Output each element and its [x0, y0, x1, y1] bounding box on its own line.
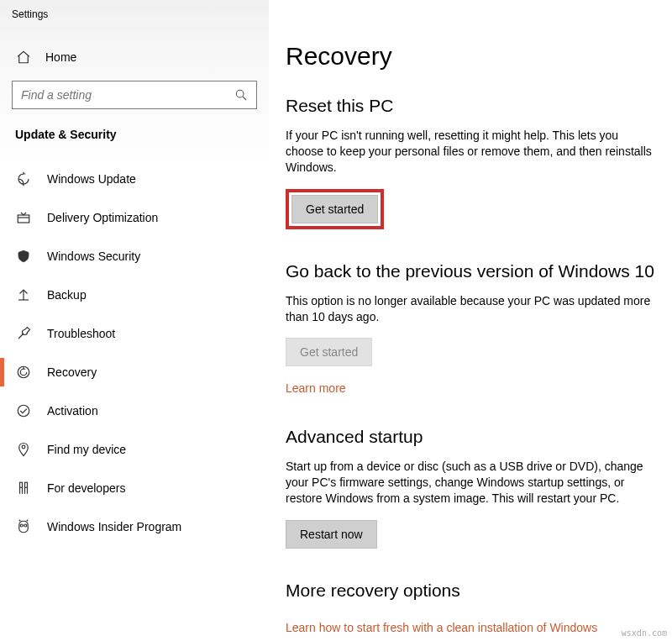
svg-line-1 — [243, 97, 246, 100]
shield-icon — [15, 248, 32, 265]
sidebar-item-windows-update[interactable]: Windows Update — [0, 160, 269, 198]
restart-now-button[interactable]: Restart now — [286, 520, 377, 549]
advanced-heading: Advanced startup — [286, 427, 655, 447]
sidebar-item-label: Recovery — [47, 365, 97, 379]
sidebar: Settings Home Update & Security Wind — [0, 0, 269, 641]
recovery-icon — [15, 364, 32, 381]
main-content: Recovery Reset this PC If your PC isn't … — [269, 0, 672, 641]
reset-get-started-button[interactable]: Get started — [291, 195, 378, 223]
reset-body: If your PC isn't running well, resetting… — [286, 128, 655, 176]
reset-heading: Reset this PC — [286, 96, 655, 116]
sidebar-item-label: Find my device — [47, 443, 126, 456]
sidebar-item-for-developers[interactable]: For developers — [0, 469, 269, 507]
goback-body: This option is no longer available becau… — [286, 293, 655, 325]
search-icon — [234, 88, 248, 102]
sidebar-item-label: Windows Security — [47, 250, 140, 263]
location-icon — [15, 441, 32, 458]
sidebar-item-windows-insider[interactable]: Windows Insider Program — [0, 507, 269, 546]
svg-line-5 — [18, 334, 24, 339]
sidebar-item-label: Windows Update — [47, 172, 136, 186]
svg-rect-10 — [25, 482, 28, 487]
delivery-icon — [15, 209, 32, 226]
developers-icon — [15, 480, 32, 497]
sidebar-item-backup[interactable]: Backup — [0, 276, 269, 314]
fresh-install-link[interactable]: Learn how to start fresh with a clean in… — [286, 621, 597, 634]
svg-point-7 — [18, 405, 29, 417]
svg-rect-9 — [20, 482, 23, 487]
svg-line-17 — [19, 520, 21, 522]
sidebar-item-label: Activation — [47, 404, 98, 418]
sidebar-item-label: Delivery Optimization — [47, 211, 158, 224]
svg-line-18 — [27, 520, 29, 522]
watermark: wsxdn.com — [622, 628, 667, 638]
backup-icon — [15, 286, 32, 303]
sync-icon — [15, 171, 32, 187]
highlight-annotation: Get started — [286, 189, 384, 229]
sidebar-item-label: For developers — [47, 481, 125, 495]
wrench-icon — [15, 325, 32, 342]
insider-icon — [15, 518, 32, 535]
home-button[interactable]: Home — [0, 40, 269, 74]
learn-more-link[interactable]: Learn more — [286, 381, 346, 395]
search-container — [12, 81, 257, 109]
sidebar-item-label: Troubleshoot — [47, 327, 115, 340]
sidebar-item-label: Windows Insider Program — [47, 520, 181, 533]
svg-rect-2 — [18, 215, 29, 223]
sidebar-item-find-my-device[interactable]: Find my device — [0, 430, 269, 469]
sidebar-item-label: Backup — [47, 288, 87, 302]
sidebar-item-delivery-optimization[interactable]: Delivery Optimization — [0, 198, 269, 237]
goback-heading: Go back to the previous version of Windo… — [286, 261, 655, 281]
search-input[interactable] — [21, 88, 234, 102]
sidebar-item-recovery[interactable]: Recovery — [0, 353, 269, 391]
advanced-body: Start up from a device or disc (such as … — [286, 459, 655, 507]
search-input-box[interactable] — [12, 81, 257, 109]
window-title: Settings — [0, 0, 269, 34]
svg-point-8 — [22, 445, 25, 449]
category-heading: Update & Security — [0, 121, 269, 148]
sidebar-item-activation[interactable]: Activation — [0, 391, 269, 430]
home-label: Home — [45, 50, 76, 64]
page-title: Recovery — [286, 42, 655, 71]
check-icon — [15, 402, 32, 419]
sidebar-item-windows-security[interactable]: Windows Security — [0, 237, 269, 276]
svg-point-15 — [20, 524, 23, 527]
svg-point-0 — [236, 90, 244, 97]
sidebar-item-troubleshoot[interactable]: Troubleshoot — [0, 314, 269, 353]
more-options-heading: More recovery options — [286, 581, 655, 601]
svg-point-16 — [24, 524, 27, 527]
goback-get-started-button: Get started — [286, 338, 372, 366]
home-icon — [15, 49, 32, 66]
